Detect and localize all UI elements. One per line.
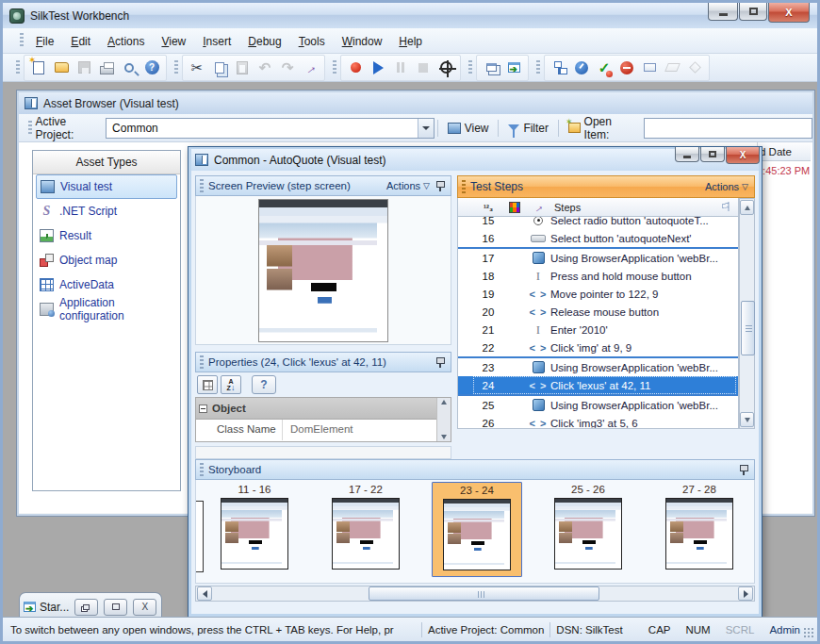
playback-arrow-icon[interactable]: →: [300, 58, 320, 78]
close-button[interactable]: X: [133, 599, 156, 616]
test-steps-actions-button[interactable]: Actions▽: [705, 181, 748, 192]
filter-button[interactable]: Filter: [501, 119, 555, 138]
menu-help[interactable]: Help: [390, 31, 431, 52]
test-step-row[interactable]: 20 < > Release mouse button: [458, 303, 738, 321]
screenshot-column-icon[interactable]: [503, 201, 526, 213]
test-step-row[interactable]: 23 Using BrowserApplication 'webBr...: [458, 356, 738, 376]
properties-scrollbar[interactable]: [436, 398, 451, 441]
window-copy-icon[interactable]: [481, 58, 501, 78]
scroll-up-icon[interactable]: [441, 400, 447, 405]
cut-icon[interactable]: ✂: [187, 58, 207, 78]
steps-column-label[interactable]: Steps: [550, 202, 713, 213]
pin-icon[interactable]: [738, 464, 749, 475]
record-icon[interactable]: [345, 58, 366, 78]
properties-help-button[interactable]: ?: [252, 375, 276, 394]
collapse-icon[interactable]: [199, 405, 207, 413]
screen-preview-actions-button[interactable]: Actions▽: [386, 180, 430, 191]
flag-column-icon[interactable]: ⚐: [713, 200, 738, 214]
combo-dropdown-button[interactable]: [418, 119, 434, 138]
scroll-down-icon[interactable]: [441, 435, 447, 439]
step-screen-preview-image[interactable]: [258, 199, 388, 342]
remove-icon[interactable]: [616, 58, 637, 78]
asset-type--net-script[interactable]: S .NET Script: [36, 199, 177, 223]
close-button[interactable]: X: [726, 147, 760, 164]
scroll-right-button[interactable]: [738, 586, 753, 601]
open-item-input[interactable]: [644, 118, 812, 139]
active-project-combobox[interactable]: Common: [106, 118, 435, 139]
scroll-down-button[interactable]: [740, 412, 754, 427]
print-icon[interactable]: [96, 58, 117, 78]
restore-button[interactable]: [700, 147, 725, 162]
scroll-left-button[interactable]: [197, 586, 212, 601]
help-icon[interactable]: ?: [141, 58, 162, 78]
asset-type-activedata[interactable]: ActiveData: [36, 272, 177, 297]
storyboard-thumbnail-image[interactable]: [665, 498, 733, 570]
storyboard-scrollbar[interactable]: [195, 586, 755, 602]
identify-target-icon[interactable]: [435, 58, 456, 78]
verify-icon[interactable]: ✓: [594, 58, 615, 78]
property-category-row[interactable]: Object: [196, 398, 436, 420]
maximize-button[interactable]: [739, 3, 767, 21]
minimize-button[interactable]: [675, 147, 699, 162]
test-step-row[interactable]: 15 Select radio button 'autoquoteT...: [458, 217, 738, 229]
asset-type-application-configuration[interactable]: Application configuration: [36, 297, 177, 322]
storyboard-thumbnail-image[interactable]: [221, 498, 288, 570]
resize-grip-icon[interactable]: [804, 628, 815, 639]
categorized-view-button[interactable]: [197, 375, 218, 394]
minimize-button[interactable]: [708, 3, 738, 21]
scroll-up-button[interactable]: [740, 200, 754, 215]
property-row[interactable]: Class Name DomElement: [196, 420, 436, 440]
menu-actions[interactable]: Actions: [99, 31, 153, 52]
print-preview-icon[interactable]: [119, 58, 139, 78]
test-step-row[interactable]: 25 Using BrowserApplication 'webBr...: [458, 394, 738, 414]
test-step-row[interactable]: 22 < > Click 'img' at 9, 9: [458, 339, 738, 356]
timer-icon[interactable]: [571, 58, 592, 78]
menu-view[interactable]: View: [153, 31, 194, 52]
modified-date-column-header[interactable]: d Date: [757, 142, 811, 161]
alphabetical-sort-button[interactable]: AZ: [221, 375, 241, 394]
storyboard-thumbnail-25-26[interactable]: 25 - 26: [543, 482, 633, 577]
test-step-row[interactable]: 19 < > Move pointer to 122, 9: [458, 285, 738, 303]
maximize-button[interactable]: [104, 599, 127, 616]
copy-icon[interactable]: [209, 58, 230, 78]
play-icon[interactable]: [368, 58, 388, 78]
test-step-row[interactable]: 17 Using BrowserApplication 'webBr...: [458, 247, 738, 267]
test-step-row[interactable]: 16 Select button 'autoquoteNext': [458, 229, 738, 247]
action-column-icon[interactable]: →: [526, 201, 550, 214]
menu-file[interactable]: File: [27, 31, 62, 52]
scrollbar-thumb[interactable]: [369, 586, 599, 601]
pin-icon[interactable]: [435, 180, 446, 191]
menu-debug[interactable]: Debug: [239, 31, 289, 52]
storyboard-thumbnail-23-24[interactable]: 23 - 24: [432, 482, 522, 577]
storyboard-thumbnail-17-22[interactable]: 17 - 22: [320, 482, 411, 577]
menu-window[interactable]: Window: [334, 31, 391, 52]
flow-rectangle-icon[interactable]: [639, 58, 660, 78]
step-number-column-icon[interactable]: ¹²₃: [473, 202, 503, 213]
export-icon[interactable]: [503, 58, 524, 78]
restore-button[interactable]: [74, 599, 98, 616]
steps-outline-icon[interactable]: [549, 58, 569, 78]
scrollbar-track[interactable]: [213, 586, 737, 601]
test-steps-scrollbar[interactable]: [739, 198, 755, 429]
close-button[interactable]: X: [768, 3, 810, 23]
menu-insert[interactable]: Insert: [194, 31, 239, 52]
open-icon[interactable]: [51, 58, 72, 78]
storyboard-thumbnail-27-28[interactable]: 27 - 28: [654, 482, 745, 577]
storyboard-thumbnail-partial[interactable]: [195, 501, 204, 572]
view-button[interactable]: View: [441, 119, 496, 138]
asset-type-result[interactable]: Result: [36, 223, 177, 248]
menu-edit[interactable]: Edit: [62, 31, 99, 52]
asset-type-object-map[interactable]: Object map: [36, 248, 177, 272]
menu-tools[interactable]: Tools: [290, 31, 334, 52]
storyboard-thumbnail-image[interactable]: [443, 499, 511, 570]
pin-icon[interactable]: [435, 356, 446, 368]
new-asset-icon[interactable]: [28, 58, 49, 78]
storyboard-thumbnail-image[interactable]: [332, 498, 400, 570]
test-step-row[interactable]: 26 < > Click 'img3' at 5, 6: [458, 414, 738, 429]
storyboard-thumbnail-11-16[interactable]: 11 - 16: [209, 482, 300, 577]
test-step-row[interactable]: 18 I Press and hold mouse button: [458, 267, 738, 285]
scrollbar-thumb[interactable]: [741, 301, 755, 355]
test-step-row[interactable]: 24 < > Click 'lexus' at 42, 11: [458, 376, 738, 394]
asset-type-visual-test[interactable]: Visual test: [36, 174, 177, 199]
storyboard-thumbnail-image[interactable]: [554, 498, 622, 570]
